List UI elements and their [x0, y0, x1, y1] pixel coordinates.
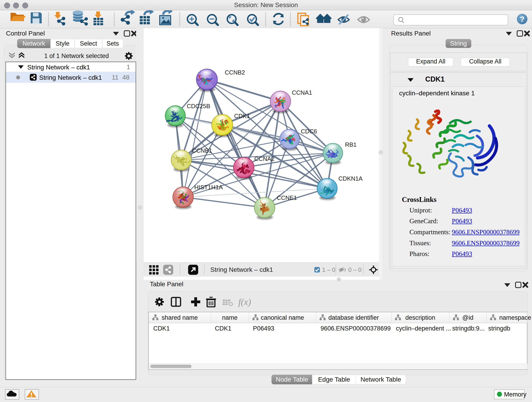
svg-text:CCNB1: CCNB1: [192, 147, 212, 154]
svg-text:?: ?: [520, 15, 525, 23]
svg-text:CCNA2: CCNA2: [254, 155, 274, 162]
svg-text:CDK1: CDK1: [234, 113, 250, 119]
svg-text:CDC25B: CDC25B: [187, 103, 210, 109]
svg-text:HIST1H1A: HIST1H1A: [194, 184, 223, 191]
svg-text:CCNB2: CCNB2: [225, 69, 245, 76]
svg-text:f(x): f(x): [238, 297, 251, 307]
svg-text:CDC6: CDC6: [301, 128, 317, 135]
svg-text:RB1: RB1: [345, 141, 357, 148]
svg-text:CCNA1: CCNA1: [292, 89, 312, 96]
svg-text:CCNE1: CCNE1: [277, 194, 297, 201]
svg-text:CDKN1A: CDKN1A: [338, 175, 363, 182]
